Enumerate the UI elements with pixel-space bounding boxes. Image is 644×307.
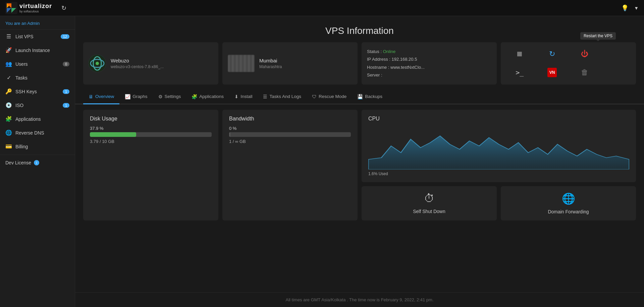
vps-location-name: Mumbai <box>259 58 352 63</box>
footer: All times are GMT Asia/Kolkata . The tim… <box>75 292 644 307</box>
topnav-right: 💡 ▼ <box>621 4 639 12</box>
graphs-tab-icon: 📈 <box>125 94 130 99</box>
self-shutdown-label: Self Shut Down <box>413 209 445 214</box>
ssh-icon: 🔑 <box>5 88 12 95</box>
sidebar-item-applications[interactable]: 🧩 Applications <box>0 112 75 126</box>
self-shutdown-card[interactable]: ⏱ Self Shut Down <box>362 186 497 220</box>
vps-location-info: Mumbai Maharashtra <box>259 58 352 69</box>
bulb-icon[interactable]: 💡 <box>621 4 629 12</box>
footer-text: All times are GMT Asia/Kolkata . The tim… <box>286 297 434 302</box>
sidebar: You are an Admin ☰ List VPS 12 🚀 Launch … <box>0 16 75 307</box>
hostname-value: www.testNxtClo... <box>390 65 425 70</box>
cpu-used-label: 1.6% Used <box>368 171 629 176</box>
main-content: VPS Information Webuzo webuzo-v3-centos-… <box>75 16 644 307</box>
install-tab-icon: ⬇ <box>234 94 238 99</box>
sidebar-label-tasks: Tasks <box>15 75 69 81</box>
vps-os-card: Webuzo webuzo-v3-centos-7.8-x86_... <box>83 42 218 85</box>
ip-value: 192.168.20.5 <box>391 57 417 62</box>
tasks-logs-tab-icon: ☰ <box>263 94 267 99</box>
overview-tab-icon: 🖥 <box>89 94 93 99</box>
vps-info-cards: Webuzo webuzo-v3-centos-7.8-x86_... Mumb… <box>75 42 644 90</box>
bandwidth-percent: 0 % <box>229 126 351 131</box>
tab-overview-label: Overview <box>95 94 114 99</box>
power-icon: ⏻ <box>581 50 588 58</box>
backups-tab-icon: 💾 <box>357 94 363 99</box>
status-label: Status : <box>367 49 383 54</box>
domain-forwarding-card2[interactable]: 🌐Domain Forwarding <box>501 186 636 220</box>
tab-rescue-mode[interactable]: 🛡 Rescue Mode <box>307 90 352 104</box>
svg-point-8 <box>96 62 99 65</box>
logo-main: virtualizor <box>19 3 52 10</box>
vps-location-card: Mumbai Maharashtra <box>222 42 358 85</box>
sidebar-label-applications: Applications <box>15 116 69 122</box>
tab-install[interactable]: ⬇ Install <box>229 90 258 104</box>
tab-install-label: Install <box>240 94 252 99</box>
disk-usage-card: Disk Usage 37.9 % 3.79 / 10 GB <box>83 110 218 220</box>
terminal-button[interactable]: >_ <box>505 66 534 79</box>
logo-sub: by softaculous <box>19 10 52 13</box>
users-badge: 0 <box>63 62 69 66</box>
iso-icon: 💿 <box>5 102 12 108</box>
sidebar-item-tasks[interactable]: ✓ Tasks <box>0 71 75 85</box>
sidebar-label-ssh: SSH Keys <box>15 89 59 94</box>
status-row: Status : Online <box>367 48 425 55</box>
tab-backups[interactable]: 💾 Backups <box>352 90 388 104</box>
page-title: VPS Information <box>75 16 644 42</box>
list-vps-icon: ☰ <box>5 33 12 40</box>
disk-percent: 37.9 % <box>90 126 212 131</box>
disk-progress-bg <box>90 132 212 137</box>
tab-graphs[interactable]: 📈 Graphs <box>119 90 153 104</box>
billing-icon: 💳 <box>5 143 12 150</box>
sidebar-item-iso[interactable]: 💿 ISO 1 <box>0 98 75 112</box>
sidebar-item-ssh-keys[interactable]: 🔑 SSH Keys 1 <box>0 85 75 98</box>
cpu-title: CPU <box>368 116 629 122</box>
tab-applications[interactable]: 🧩 Applications <box>186 90 229 104</box>
location-thumbnail <box>228 55 255 72</box>
restart-icon: ↻ <box>549 50 555 58</box>
vnc-button[interactable]: VN <box>538 66 567 79</box>
iso-badge: 1 <box>63 103 69 108</box>
vps-status-info: Status : Online IP Address : 192.168.20.… <box>367 48 425 79</box>
restart-button[interactable]: ↻ <box>538 48 567 60</box>
bandwidth-value: 1 / ∞ GB <box>229 139 351 144</box>
tab-tasks-logs[interactable]: ☰ Tasks And Logs <box>258 90 307 104</box>
svg-marker-9 <box>368 136 629 169</box>
tab-applications-label: Applications <box>199 94 224 99</box>
tab-settings-label: Settings <box>165 94 181 99</box>
cpu-svg <box>368 126 629 169</box>
tab-settings[interactable]: ⚙ Settings <box>153 90 186 104</box>
dev-license-info-icon: i <box>34 160 39 165</box>
tab-overview[interactable]: 🖥 Overview <box>83 90 119 104</box>
tab-backups-label: Backups <box>365 94 382 99</box>
disk-value: 3.79 / 10 GB <box>90 139 212 144</box>
sidebar-item-launch-instance[interactable]: 🚀 Launch Instance <box>0 43 75 57</box>
vps-location-sub: Maharashtra <box>259 64 352 69</box>
sidebar-label-users: Users <box>15 61 59 67</box>
dev-license-label: Dev License <box>5 160 31 165</box>
ip-row: IP Address : 192.168.20.5 <box>367 55 425 63</box>
server-label: Server : <box>367 72 382 78</box>
tasks-icon: ✓ <box>5 74 12 81</box>
bandwidth-progress-bg <box>229 132 351 137</box>
power-button[interactable]: ⏻ <box>571 48 599 60</box>
os-logo <box>89 55 106 72</box>
sidebar-item-billing[interactable]: 💳 Billing <box>0 140 75 153</box>
tab-rescue-mode-label: Rescue Mode <box>319 94 346 99</box>
logo-text: virtualizor by softaculous <box>19 3 52 13</box>
rescue-mode-tab-icon: 🛡 <box>312 94 317 99</box>
sidebar-item-users[interactable]: 👥 Users 0 <box>0 57 75 71</box>
vnc-icon: VN <box>547 68 557 77</box>
ssh-badge: 1 <box>63 89 69 94</box>
delete-button[interactable]: 🗑 <box>571 66 599 79</box>
refresh-icon[interactable]: ↻ <box>61 4 66 12</box>
sidebar-item-reverse-dns[interactable]: 🌐 Reverse DNS <box>0 126 75 140</box>
dev-license[interactable]: Dev License i <box>0 156 75 169</box>
admin-label: You are an Admin <box>0 16 75 30</box>
self-shutdown-icon: ⏱ <box>424 192 435 205</box>
stop-icon: ⏹ <box>516 50 523 58</box>
sidebar-item-list-vps[interactable]: ☰ List VPS 12 <box>0 30 75 43</box>
stop-button[interactable]: ⏹ <box>505 48 534 60</box>
dropdown-arrow-icon[interactable]: ▼ <box>634 5 639 11</box>
hostname-label: Hostname : <box>367 65 390 70</box>
overview-grid: Disk Usage 37.9 % 3.79 / 10 GB Bandwidth… <box>75 110 644 226</box>
